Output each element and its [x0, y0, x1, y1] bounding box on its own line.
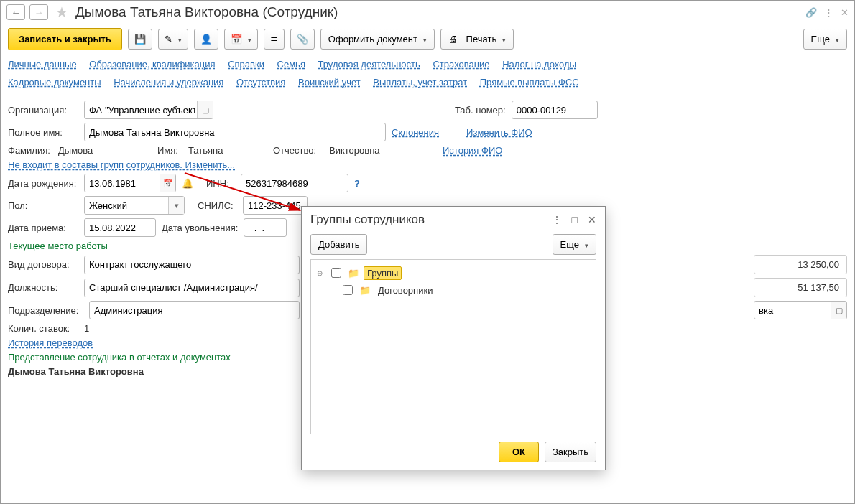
page-title: Дымова Татьяна Викторовна (Сотрудник): [75, 4, 338, 20]
rates-value: 1: [84, 323, 89, 334]
group-child-label[interactable]: Договорники: [375, 284, 435, 297]
tab-hr-docs[interactable]: Кадровые документы: [8, 77, 101, 88]
print-button[interactable]: 🖨 Печать: [440, 29, 514, 50]
fire-input[interactable]: [244, 218, 287, 237]
group-root-label[interactable]: Группы: [364, 266, 402, 280]
group-child-checkbox[interactable]: [343, 285, 353, 295]
diskette-icon: 💾: [134, 34, 146, 45]
link-icon[interactable]: 🔗: [805, 7, 817, 18]
groups-dialog: Группы сотрудников ⋮ □ ✕ Добавить Еще ⊖ …: [301, 206, 606, 470]
highlighter-button[interactable]: ✎: [158, 29, 188, 50]
declension-link[interactable]: Склонения: [392, 127, 439, 138]
nav-back-button[interactable]: ←: [6, 4, 25, 20]
person-button[interactable]: 👤: [194, 29, 218, 50]
dialog-ok-button[interactable]: ОК: [499, 442, 539, 462]
create-document-button[interactable]: Оформить документ: [320, 29, 435, 50]
lastname-label: Фамилия:: [8, 145, 52, 156]
nav-forward-button[interactable]: →: [29, 4, 48, 20]
list-button[interactable]: ≣: [264, 29, 285, 50]
org-label: Организация:: [8, 105, 78, 116]
tab-fss[interactable]: Прямые выплаты ФСС: [480, 77, 579, 88]
tab-military[interactable]: Воинский учет: [298, 77, 361, 88]
dept-input[interactable]: [89, 301, 300, 319]
dialog-more-button[interactable]: Еще: [553, 234, 596, 255]
dialog-title: Группы сотрудников: [310, 213, 425, 227]
dialog-close-button[interactable]: Закрыть: [545, 442, 596, 462]
calendar-button[interactable]: 📅: [224, 29, 258, 50]
tab-payments[interactable]: Выплаты, учет затрат: [373, 77, 467, 88]
org-input[interactable]: [84, 101, 213, 119]
tabno-input[interactable]: [512, 101, 598, 119]
transfer-history-link[interactable]: История переводов: [8, 337, 93, 348]
position-input[interactable]: [84, 279, 300, 297]
fire-label: Дата увольнения:: [162, 223, 238, 233]
snils-input[interactable]: [243, 196, 308, 215]
dialog-add-button[interactable]: Добавить: [310, 234, 367, 255]
fullname-label: Полное имя:: [8, 127, 78, 138]
tab-absence[interactable]: Отсутствия: [236, 77, 285, 88]
birth-label: Дата рождения:: [8, 178, 78, 189]
close-window-icon[interactable]: ✕: [841, 7, 849, 18]
group-root-checkbox[interactable]: [331, 268, 341, 278]
tab-references[interactable]: Справки: [228, 59, 264, 70]
lastname-value: Дымова: [58, 145, 152, 156]
list-icon: ≣: [270, 34, 278, 45]
paperclip-icon: 📎: [297, 34, 308, 45]
dialog-menu-icon[interactable]: ⋮: [552, 214, 562, 225]
person-icon: 👤: [200, 34, 212, 45]
amount-2: 51 137,50: [754, 278, 847, 297]
open-ref-icon[interactable]: ▢: [831, 302, 846, 319]
kebab-menu-icon[interactable]: ⋮: [824, 7, 833, 18]
tab-insurance[interactable]: Страхование: [433, 59, 489, 70]
tab-links: Личные данные Образование, квалификация …: [1, 55, 854, 95]
fullname-input[interactable]: [84, 123, 386, 141]
attachment-button[interactable]: 📎: [290, 29, 315, 50]
position-label: Должность:: [8, 282, 78, 293]
tab-education[interactable]: Образование, квалификация: [89, 59, 215, 70]
tab-work[interactable]: Трудовая деятельность: [318, 59, 420, 70]
dept-label: Подразделение:: [8, 305, 83, 316]
representation-header: Представление сотрудника в отчетах и док…: [8, 352, 231, 363]
firstname-value: Татьяна: [188, 145, 267, 156]
dropdown-icon[interactable]: ▾: [168, 197, 184, 214]
inn-input[interactable]: [241, 174, 348, 192]
firstname-label: Имя:: [157, 145, 182, 156]
tree-collapse-icon[interactable]: ⊖: [315, 269, 324, 277]
rates-label: Колич. ставок:: [8, 323, 78, 334]
tab-family[interactable]: Семья: [277, 59, 305, 70]
inn-label: ИНН:: [206, 178, 235, 189]
representation-value: Дымова Татьяна Викторовна: [8, 366, 144, 377]
sex-label: Пол:: [8, 200, 78, 211]
patronymic-value: Викторовна: [329, 145, 437, 156]
folder-icon: 📁: [359, 285, 371, 296]
more-button[interactable]: Еще: [803, 29, 847, 50]
current-place-header: Текущее место работы: [8, 241, 108, 251]
favorite-star-icon[interactable]: ★: [55, 4, 68, 21]
contract-label: Вид договора:: [8, 259, 78, 270]
hire-input[interactable]: [84, 218, 156, 237]
contract-input[interactable]: [84, 256, 300, 274]
bell-icon[interactable]: 🔔: [182, 178, 193, 189]
org-open-icon[interactable]: ▢: [197, 101, 213, 118]
change-fio-link[interactable]: Изменить ФИО: [466, 127, 532, 138]
groups-tree[interactable]: ⊖ 📁 Группы 📁 Договорники: [310, 259, 596, 434]
hire-label: Дата приема:: [8, 223, 78, 233]
help-icon[interactable]: ?: [354, 178, 360, 189]
calendar-icon: 📅: [231, 34, 242, 45]
save-button[interactable]: 💾: [128, 29, 152, 50]
patronymic-label: Отчество:: [273, 145, 323, 156]
save-and-close-button[interactable]: Записать и закрыть: [8, 28, 122, 50]
fio-history-link[interactable]: История ФИО: [443, 145, 502, 156]
folder-icon: 📁: [348, 268, 359, 279]
tabno-label: Таб. номер:: [455, 105, 506, 116]
tab-personal[interactable]: Личные данные: [8, 59, 77, 70]
dialog-maximize-icon[interactable]: □: [572, 214, 578, 225]
tab-accruals[interactable]: Начисления и удержания: [114, 77, 223, 88]
dialog-close-icon[interactable]: ✕: [588, 214, 596, 225]
amount-1: 13 250,00: [754, 255, 847, 274]
calendar-picker-icon[interactable]: 📅: [160, 174, 175, 192]
marker-icon: ✎: [165, 34, 172, 45]
printer-icon: 🖨: [448, 34, 458, 45]
groups-notice-link[interactable]: Не входит в составы групп сотрудников. И…: [8, 159, 235, 170]
tab-tax[interactable]: Налог на доходы: [502, 59, 576, 70]
